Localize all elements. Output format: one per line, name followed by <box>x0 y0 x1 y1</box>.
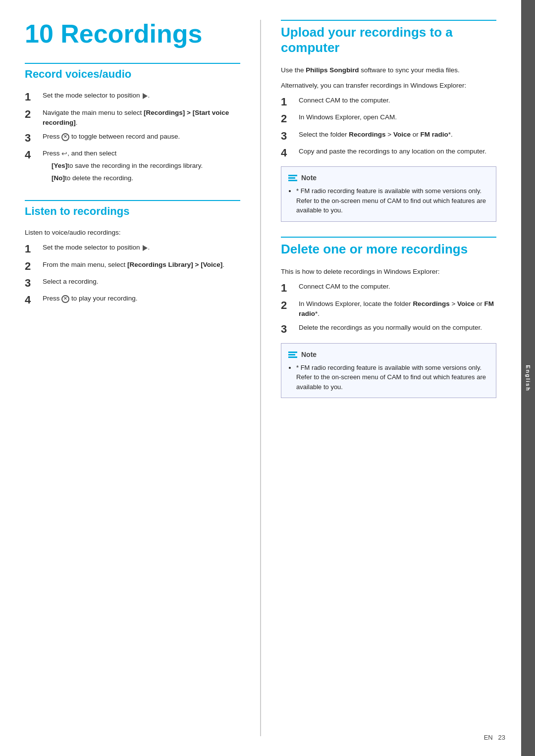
right-column: Upload your recordings to a computer Use… <box>261 20 496 736</box>
step-3: 3 Press ✕ to toggle between record and p… <box>25 132 240 145</box>
step-4: 4 Press ↩, and then select [Yes] to save… <box>25 149 240 185</box>
side-tab-label: English <box>525 365 531 392</box>
listen-recordings-section: Listen to recordings Listen to voice/aud… <box>25 200 240 307</box>
upload-intro2: Alternatively, you can transfer recordin… <box>281 81 496 91</box>
step-2: 2 Navigate the main menu to select [Reco… <box>25 108 240 128</box>
delete-step-1: 1 Connect CAM to the computer. <box>281 282 496 295</box>
delete-steps: 1 Connect CAM to the computer. 2 In Wind… <box>281 282 496 336</box>
left-column: 10 Recordings Record voices/audio 1 Set … <box>25 20 261 736</box>
circle-cross-icon: ✕ <box>61 133 69 141</box>
delete-note-label: Note <box>301 350 317 360</box>
upload-intro1: Use the Philips Songbird software to syn… <box>281 65 496 75</box>
upload-note: Note * FM radio recording feature is ava… <box>281 166 496 222</box>
upload-note-label: Note <box>301 173 317 183</box>
main-content: 10 Recordings Record voices/audio 1 Set … <box>0 0 521 756</box>
play-icon-2 <box>143 245 148 251</box>
delete-note-text: * FM radio recording feature is availabl… <box>296 363 489 392</box>
listen-recordings-title: Listen to recordings <box>25 200 240 222</box>
bullet-no: [No] to delete the recording. <box>52 173 240 183</box>
listen-step-4: 4 Press ✕ to play your recording. <box>25 294 240 306</box>
delete-intro: This is how to delete recordings in Wind… <box>281 267 496 277</box>
upload-step-3: 3 Select the folder Recordings > Voice o… <box>281 130 496 143</box>
listen-intro: Listen to voice/audio recordings: <box>25 228 240 238</box>
listen-step-1: 1 Set the mode selector to position . <box>25 243 240 255</box>
record-voices-section: Record voices/audio 1 Set the mode selec… <box>25 63 240 185</box>
footer-lang: EN <box>484 734 493 741</box>
listen-step-2: 2 From the main menu, select [Recordings… <box>25 260 240 273</box>
bullet-yes: [Yes] to save the recording in the recor… <box>52 161 240 171</box>
record-voices-steps: 1 Set the mode selector to position . 2 … <box>25 91 240 185</box>
upload-step-1: 1 Connect CAM to the computer. <box>281 96 496 108</box>
chapter-title: 10 Recordings <box>25 20 240 48</box>
note-icon-2 <box>288 352 297 358</box>
step-4-bullets: [Yes] to save the recording in the recor… <box>43 161 240 183</box>
upload-note-text: * FM radio recording feature is availabl… <box>296 186 489 215</box>
back-icon: ↩ <box>61 149 67 159</box>
listen-step-3: 3 Select a recording. <box>25 277 240 290</box>
upload-note-header: Note <box>288 173 489 183</box>
upload-section: Upload your recordings to a computer Use… <box>281 20 496 222</box>
delete-section: Delete one or more recordings This is ho… <box>281 237 496 398</box>
side-tab: English <box>521 0 535 756</box>
page-container: English 10 Recordings Record voices/audi… <box>0 0 535 756</box>
upload-title: Upload your recordings to a computer <box>281 20 496 59</box>
step-1: 1 Set the mode selector to position . <box>25 91 240 103</box>
listen-steps: 1 Set the mode selector to position . 2 … <box>25 243 240 307</box>
footer-page: 23 <box>498 734 505 741</box>
delete-note: Note * FM radio recording feature is ava… <box>281 343 496 399</box>
delete-title: Delete one or more recordings <box>281 237 496 261</box>
delete-step-2: 2 In Windows Explorer, locate the folder… <box>281 299 496 319</box>
delete-note-header: Note <box>288 350 489 360</box>
note-icon <box>288 175 297 181</box>
circle-cross-icon-2: ✕ <box>61 295 69 303</box>
upload-steps: 1 Connect CAM to the computer. 2 In Wind… <box>281 96 496 160</box>
play-icon <box>143 93 148 99</box>
record-voices-title: Record voices/audio <box>25 63 240 85</box>
upload-step-4: 4 Copy and paste the recordings to any l… <box>281 147 496 159</box>
delete-step-3: 3 Delete the recordings as you normally … <box>281 323 496 336</box>
page-footer: EN 23 <box>484 734 505 741</box>
upload-step-2: 2 In Windows Explorer, open CAM. <box>281 112 496 125</box>
